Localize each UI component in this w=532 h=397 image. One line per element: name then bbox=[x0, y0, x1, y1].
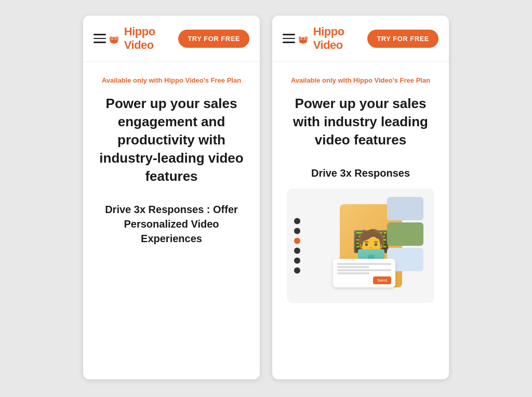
sidebar-dot-6 bbox=[294, 268, 300, 274]
info-line-4 bbox=[337, 272, 369, 274]
logo-text-left: Hippo Video bbox=[124, 25, 179, 52]
hippo-logo-icon-right bbox=[295, 29, 311, 48]
svg-point-18 bbox=[301, 39, 302, 40]
sidebar-controls bbox=[294, 218, 300, 274]
info-card-overlay: Send bbox=[333, 259, 395, 287]
info-line-1 bbox=[337, 263, 391, 265]
left-phone-card: Hippo Video TRY FOR FREE Available only … bbox=[83, 16, 260, 379]
logo-left: Hippo Video bbox=[106, 25, 178, 52]
try-for-free-button-right[interactable]: TRY FOR FREE bbox=[367, 30, 438, 48]
svg-point-19 bbox=[304, 39, 305, 40]
logo-text-right: Hippo Video bbox=[313, 25, 368, 52]
svg-point-9 bbox=[115, 39, 116, 40]
hippo-logo-icon bbox=[106, 29, 122, 48]
svg-point-20 bbox=[301, 41, 302, 42]
svg-point-21 bbox=[304, 41, 305, 42]
sidebar-dot-1 bbox=[294, 218, 300, 224]
sidebar-dot-4 bbox=[294, 248, 300, 254]
right-card-body: Available only with Hippo Video's Free P… bbox=[272, 62, 449, 303]
svg-point-5 bbox=[116, 37, 117, 39]
svg-point-10 bbox=[112, 41, 113, 42]
hamburger-menu-left[interactable] bbox=[94, 34, 106, 43]
left-nav-bar: Hippo Video TRY FOR FREE bbox=[83, 16, 260, 62]
sidebar-dot-2 bbox=[294, 228, 300, 234]
video-preview-container: 🧑‍💻 Send bbox=[287, 189, 434, 303]
preview-inner: 🧑‍💻 Send bbox=[287, 189, 434, 303]
send-button[interactable]: Send bbox=[373, 276, 391, 284]
sidebar-dot-3 bbox=[294, 238, 300, 244]
sidebar-dot-5 bbox=[294, 258, 300, 264]
hamburger-menu-right[interactable] bbox=[283, 34, 295, 43]
svg-point-4 bbox=[110, 37, 111, 39]
right-phone-card: Hippo Video TRY FOR FREE Available only … bbox=[272, 16, 449, 379]
main-preview-area: 🧑‍💻 Send bbox=[310, 189, 432, 303]
thumbnail-1 bbox=[387, 197, 423, 220]
sub-heading-right: Drive 3x Responses bbox=[287, 166, 434, 180]
svg-point-8 bbox=[112, 39, 113, 40]
sub-heading-left: Drive 3x Responses : Offer Personalized … bbox=[96, 202, 247, 246]
info-line-3 bbox=[337, 269, 391, 271]
main-heading-right: Power up your sales with industry leadin… bbox=[287, 95, 434, 149]
available-text-left: Available only with Hippo Video's Free P… bbox=[96, 76, 247, 84]
main-heading-left: Power up your sales engagement and produ… bbox=[96, 95, 247, 186]
svg-point-14 bbox=[299, 37, 300, 39]
left-card-body: Available only with Hippo Video's Free P… bbox=[83, 62, 260, 269]
try-for-free-button-left[interactable]: TRY FOR FREE bbox=[178, 30, 249, 48]
available-text-right: Available only with Hippo Video's Free P… bbox=[287, 76, 434, 84]
logo-right: Hippo Video bbox=[295, 25, 367, 52]
info-line-2 bbox=[337, 266, 369, 268]
svg-point-15 bbox=[305, 37, 307, 39]
svg-point-11 bbox=[115, 41, 116, 42]
right-nav-bar: Hippo Video TRY FOR FREE bbox=[272, 16, 449, 62]
thumbnail-2 bbox=[387, 222, 423, 246]
